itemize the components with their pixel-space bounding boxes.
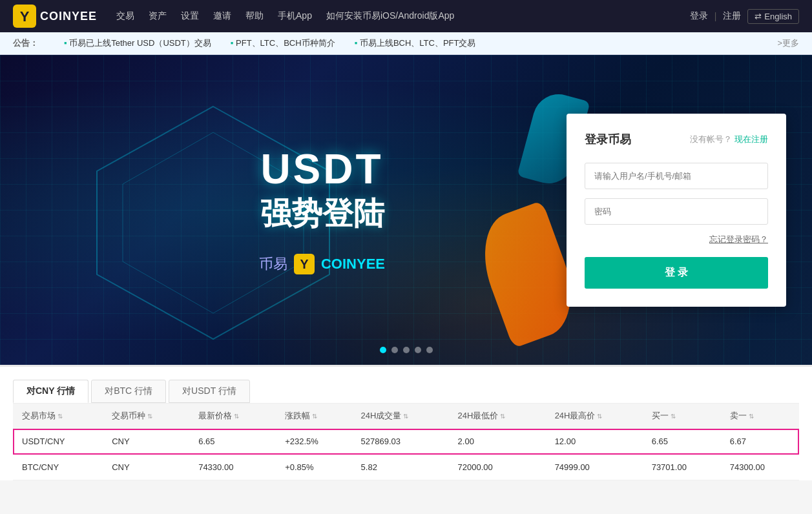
cell-sell-0: 6.67 <box>721 429 799 455</box>
cell-low-0: 2.00 <box>449 429 546 455</box>
hero-content: USDT 强势登陆 币易 Y COINYEE 登录币易 没有帐号？ 现在注册 <box>0 55 812 365</box>
cell-market-0[interactable]: USDT/CNY <box>13 429 103 455</box>
col-price: 最新价格⇅ <box>189 404 276 429</box>
announcement-more[interactable]: >更多 <box>777 37 799 49</box>
nav-login[interactable]: 登录 <box>690 10 708 22</box>
nav-right: 登录 | 注册 ⇄ English <box>690 9 799 24</box>
table-header-row: 交易市场⇅ 交易币种⇅ 最新价格⇅ 涨跌幅⇅ 24H成交量⇅ 24H最低价⇅ 2… <box>13 404 799 429</box>
nav-trade[interactable]: 交易 <box>116 10 134 22</box>
hero-brand-name: COINYEE <box>321 256 385 272</box>
market-table: 交易市场⇅ 交易币种⇅ 最新价格⇅ 涨跌幅⇅ 24H成交量⇅ 24H最低价⇅ 2… <box>13 403 799 480</box>
carousel-dot-1[interactable] <box>391 347 398 353</box>
username-input[interactable] <box>585 163 768 189</box>
tab-usdt[interactable]: 对USDT 行情 <box>169 380 250 403</box>
cell-currency-1: CNY <box>103 455 189 480</box>
table-row[interactable]: BTC/CNY CNY 74330.00 +0.85% 5.82 72000.0… <box>13 455 799 480</box>
nav-help[interactable]: 帮助 <box>245 10 264 22</box>
announcement-bar: 公告： 币易已上线Tether USD（USDT）交易 PFT、LTC、BCH币… <box>0 32 812 55</box>
cell-low-1: 72000.00 <box>449 455 546 480</box>
tab-btc[interactable]: 对BTC 行情 <box>91 380 166 403</box>
cell-currency-0: CNY <box>103 429 189 455</box>
nav-links: 交易 资产 设置 邀请 帮助 手机App 如何安装币易iOS/Android版A… <box>116 10 690 22</box>
cell-price-0: 6.65 <box>189 429 276 455</box>
logo[interactable]: Y COINYEE <box>13 5 97 28</box>
cell-high-0: 12.00 <box>546 429 643 455</box>
announcement-item-2[interactable]: 币易上线BCH、LTC、PFT交易 <box>355 37 476 49</box>
cell-change-0: +232.5% <box>276 429 351 455</box>
svg-text:Y: Y <box>300 257 308 271</box>
svg-text:Y: Y <box>20 8 30 25</box>
navbar: Y COINYEE 交易 资产 设置 邀请 帮助 手机App 如何安装币易iOS… <box>0 0 812 32</box>
cell-high-1: 74999.00 <box>546 455 643 480</box>
carousel-dot-4[interactable] <box>426 347 433 353</box>
nav-register[interactable]: 注册 <box>723 10 741 22</box>
announcement-item-1[interactable]: PFT、LTC、BCH币种简介 <box>231 37 335 49</box>
password-input[interactable] <box>585 198 768 225</box>
nav-settings[interactable]: 设置 <box>181 10 199 22</box>
col-market: 交易市场⇅ <box>13 404 103 429</box>
hero-brand-icon: Y <box>294 254 315 274</box>
cell-sell-1: 74300.00 <box>721 455 799 480</box>
lang-icon: ⇄ <box>755 12 762 21</box>
hero-brand: 币易 Y COINYEE <box>259 254 385 274</box>
cell-buy-0: 6.65 <box>643 429 721 455</box>
hero-usdt-title: USDT <box>260 145 383 193</box>
col-low: 24H最低价⇅ <box>449 404 546 429</box>
lang-label: English <box>764 12 792 21</box>
carousel-dot-0[interactable] <box>380 347 386 353</box>
market-table-body: USDT/CNY CNY 6.65 +232.5% 527869.03 2.00… <box>13 429 799 480</box>
forgot-password-link[interactable]: 忘记登录密码？ <box>585 234 768 245</box>
market-section: 对CNY 行情 对BTC 行情 对USDT 行情 交易市场⇅ 交易币种⇅ 最新价… <box>0 365 812 480</box>
language-switcher[interactable]: ⇄ English <box>747 9 799 24</box>
nav-mobile-app[interactable]: 手机App <box>278 10 312 22</box>
col-currency: 交易币种⇅ <box>103 404 189 429</box>
login-title: 登录币易 <box>585 132 631 147</box>
col-volume: 24H成交量⇅ <box>352 404 449 429</box>
nav-divider: | <box>714 11 717 21</box>
nav-invite[interactable]: 邀请 <box>213 10 231 22</box>
cell-volume-1: 5.82 <box>352 455 449 480</box>
carousel-dot-3[interactable] <box>415 347 421 353</box>
cell-price-1: 74330.00 <box>189 455 276 480</box>
login-button[interactable]: 登 录 <box>585 257 768 289</box>
nav-assets[interactable]: 资产 <box>149 10 167 22</box>
hero-text: USDT 强势登陆 币易 Y COINYEE <box>26 145 567 274</box>
hero-banner: USDT 强势登陆 币易 Y COINYEE 登录币易 没有帐号？ 现在注册 <box>0 55 812 365</box>
carousel-dots <box>380 347 433 353</box>
login-card: 登录币易 没有帐号？ 现在注册 忘记登录密码？ 登 录 <box>567 114 786 307</box>
logo-text: COINYEE <box>40 10 97 23</box>
cell-market-1[interactable]: BTC/CNY <box>13 455 103 480</box>
announcement-label: 公告： <box>13 37 38 49</box>
col-sell: 卖一⇅ <box>721 404 799 429</box>
hero-brand-prefix: 币易 <box>259 254 287 274</box>
hero-subtitle: 强势登陆 <box>260 193 384 234</box>
nav-install-app[interactable]: 如何安装币易iOS/Android版App <box>326 10 454 22</box>
col-high: 24H最高价⇅ <box>546 404 643 429</box>
cell-change-1: +0.85% <box>276 455 351 480</box>
tab-cny[interactable]: 对CNY 行情 <box>13 380 88 403</box>
logo-icon: Y <box>13 5 36 28</box>
col-change: 涨跌幅⇅ <box>276 404 351 429</box>
market-tabs: 对CNY 行情 对BTC 行情 对USDT 行情 <box>13 380 799 403</box>
announcement-item-0[interactable]: 币易已上线Tether USD（USDT）交易 <box>64 37 211 49</box>
col-buy: 买一⇅ <box>643 404 721 429</box>
cell-volume-0: 527869.03 <box>352 429 449 455</box>
login-register-hint: 没有帐号？ 现在注册 <box>690 134 768 145</box>
table-row[interactable]: USDT/CNY CNY 6.65 +232.5% 527869.03 2.00… <box>13 429 799 455</box>
login-header: 登录币易 没有帐号？ 现在注册 <box>585 132 768 147</box>
cell-buy-1: 73701.00 <box>643 455 721 480</box>
register-now-link[interactable]: 现在注册 <box>734 134 768 144</box>
carousel-dot-2[interactable] <box>403 347 410 353</box>
